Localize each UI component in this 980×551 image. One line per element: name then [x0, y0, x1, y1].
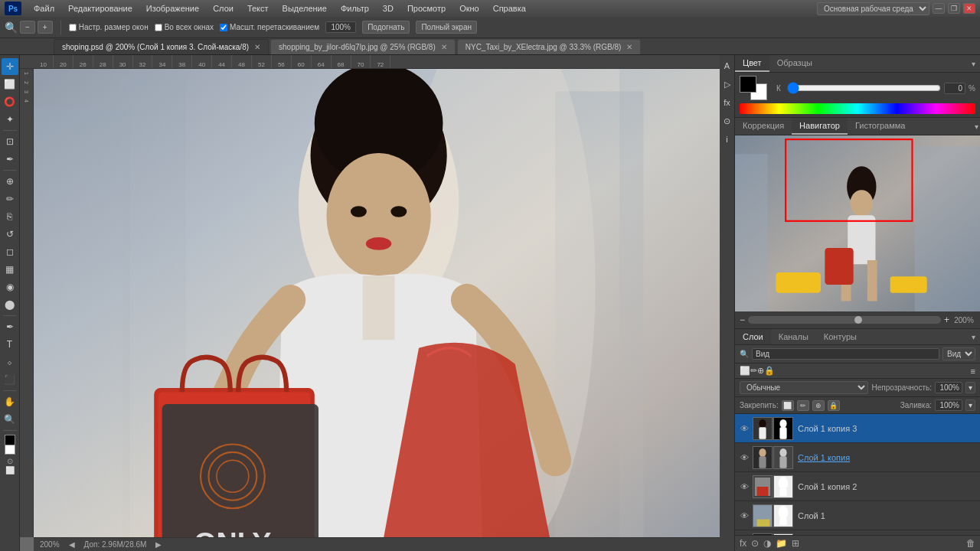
tab-color[interactable]: Цвет: [735, 55, 769, 72]
crop-tool[interactable]: ⊡: [2, 133, 18, 150]
path-selection-tool[interactable]: ⬦: [2, 354, 18, 370]
fg-bg-colors[interactable]: [2, 435, 18, 455]
zoom-in-btn[interactable]: +: [38, 21, 53, 34]
quick-mask-btn[interactable]: ⊙: [7, 457, 13, 465]
layer-1-visibility[interactable]: 👁: [738, 452, 750, 464]
color-spectrum-bar[interactable]: [740, 103, 975, 114]
text-tool[interactable]: T: [2, 336, 18, 353]
tab-1[interactable]: shopping_by_jilor-d6lq7lp.jpg @ 25% (RGB…: [270, 39, 456, 54]
side-mask-icon[interactable]: ⊙: [721, 113, 733, 129]
workspace-selector[interactable]: Основная рабочая среда: [817, 2, 929, 15]
layers-panel-collapse[interactable]: ▾: [970, 331, 977, 343]
side-style-icon[interactable]: fx: [721, 95, 733, 110]
menu-help[interactable]: Справка: [487, 2, 532, 15]
fit-btn[interactable]: Подогнать: [362, 21, 410, 34]
canvas-photo[interactable]: ONLY: [34, 69, 720, 537]
add-adjustment-icon[interactable]: ◑: [763, 538, 771, 549]
menu-select[interactable]: Выделение: [276, 2, 333, 15]
fill-input[interactable]: [935, 399, 962, 411]
layer-more-icon[interactable]: ≡: [971, 367, 975, 376]
add-style-icon[interactable]: fx: [740, 538, 746, 549]
scroll-left-btn[interactable]: ◀: [69, 540, 75, 549]
side-properties-icon[interactable]: ▷: [721, 77, 733, 92]
tab-navigator[interactable]: Навигатор: [792, 118, 848, 135]
tab-2[interactable]: NYC_Taxi_by_XElectra.jpg @ 33.3% (RGB/8)…: [457, 39, 642, 54]
zoom-tool[interactable]: 🔍: [2, 411, 18, 428]
zoom-out-btn[interactable]: −: [20, 21, 35, 34]
menu-window[interactable]: Окно: [453, 2, 485, 15]
clone-stamp-tool[interactable]: ⎘: [2, 208, 18, 225]
minimize-button[interactable]: —: [933, 3, 945, 14]
opacity-input[interactable]: [935, 382, 962, 393]
layer-3-visibility[interactable]: 👁: [738, 510, 750, 522]
layer-edit-icon[interactable]: ✏: [750, 366, 757, 376]
tab-2-close[interactable]: ✕: [626, 43, 632, 51]
menu-filter[interactable]: Фильтр: [335, 2, 375, 15]
tab-0-close[interactable]: ✕: [254, 43, 260, 51]
blend-mode-select[interactable]: Обычные Умножение Осветление: [740, 381, 868, 394]
fullscreen-btn[interactable]: Полный экран: [416, 21, 477, 34]
menu-text[interactable]: Текст: [241, 2, 275, 15]
layer-item-2[interactable]: 👁 Слой 1 копия 2: [735, 472, 980, 501]
gradient-tool[interactable]: ▦: [2, 261, 18, 278]
opacity-dropdown[interactable]: ▾: [965, 382, 975, 393]
add-layer-icon[interactable]: ⊞: [792, 538, 799, 549]
menu-image[interactable]: Изображение: [140, 2, 205, 15]
menu-3d[interactable]: 3D: [377, 2, 400, 15]
nav-zoom-handle[interactable]: [854, 316, 862, 324]
scale-check[interactable]: Масшт. перетаскиванием: [220, 23, 319, 31]
foreground-color-swatch[interactable]: [5, 435, 15, 445]
eraser-tool[interactable]: ◻: [2, 243, 18, 260]
k-slider[interactable]: [787, 85, 941, 91]
layer-item-0[interactable]: 👁 Слой 1 копия 3: [735, 414, 980, 443]
layer-filter-select[interactable]: Вид: [942, 347, 975, 360]
layer-move-icon[interactable]: ⊕: [757, 366, 764, 376]
navigator-collapse[interactable]: ▾: [973, 121, 980, 132]
all-windows-check[interactable]: Во всех окнах: [155, 23, 214, 31]
screen-mode-btn[interactable]: ⬜: [5, 466, 15, 474]
menu-layers[interactable]: Слои: [207, 2, 240, 15]
nav-zoom-in[interactable]: +: [944, 315, 949, 325]
close-button[interactable]: ✕: [963, 3, 975, 14]
layer-item-3[interactable]: 👁 Слой 1: [735, 501, 980, 530]
tab-paths[interactable]: Контуры: [816, 329, 864, 344]
nav-zoom-out[interactable]: −: [740, 315, 745, 325]
add-mask-icon[interactable]: ⊙: [751, 538, 759, 549]
layer-lock-icon[interactable]: 🔒: [764, 366, 775, 376]
shape-tool[interactable]: ⬛: [2, 371, 18, 388]
lock-pixels-btn[interactable]: ⬜: [782, 400, 794, 411]
background-color-swatch[interactable]: [5, 444, 15, 455]
hand-tool[interactable]: ✋: [2, 393, 18, 410]
tab-swatches[interactable]: Образцы: [769, 55, 820, 72]
layer-item-1[interactable]: 👁 Слой 1 копия: [735, 443, 980, 472]
tab-corrections[interactable]: Коррекция: [735, 118, 792, 135]
tab-layers[interactable]: Слои: [735, 329, 771, 344]
color-panel-collapse[interactable]: ▾: [970, 55, 977, 72]
dodge-tool[interactable]: ⬤: [2, 296, 18, 313]
lasso-tool[interactable]: ⭕: [2, 93, 18, 110]
add-group-icon[interactable]: 📁: [776, 538, 787, 549]
layer-2-visibility[interactable]: 👁: [738, 481, 750, 493]
maximize-button[interactable]: ❐: [948, 3, 960, 14]
pen-tool[interactable]: ✒: [2, 318, 18, 335]
tab-0[interactable]: shoping.psd @ 200% (Слой 1 копия 3. Слой…: [54, 39, 269, 54]
fg-bg-selector[interactable]: [740, 76, 767, 100]
lock-position-btn[interactable]: ✏: [797, 400, 809, 411]
nav-zoom-slider[interactable]: [748, 316, 941, 324]
layer-0-visibility[interactable]: 👁: [738, 422, 750, 435]
tab-histogram[interactable]: Гистограмма: [848, 118, 913, 135]
zoom-input[interactable]: [325, 21, 356, 33]
history-brush-tool[interactable]: ↺: [2, 226, 18, 243]
scroll-right-btn[interactable]: ▶: [155, 540, 162, 549]
layers-search-box[interactable]: [752, 348, 939, 360]
fill-dropdown[interactable]: ▾: [965, 399, 975, 411]
move-tool[interactable]: ✛: [2, 58, 18, 75]
side-adjust-icon[interactable]: A: [721, 58, 733, 73]
lock-lock-btn[interactable]: 🔒: [828, 400, 840, 411]
foreground-color-box[interactable]: [740, 76, 756, 93]
layer-pixel-icon[interactable]: ⬜: [740, 366, 750, 376]
lock-all-btn[interactable]: ⊕: [812, 400, 825, 411]
menu-edit[interactable]: Редактирование: [62, 2, 139, 15]
layers-search-input[interactable]: [756, 350, 802, 358]
canvas-content[interactable]: ONLY: [34, 69, 720, 537]
